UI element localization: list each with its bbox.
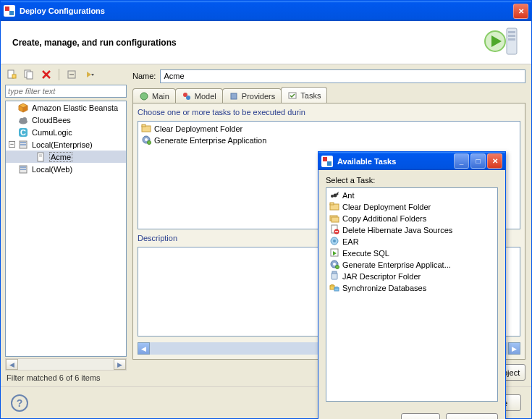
svg-rect-26	[20, 144, 26, 145]
tree-hscrollbar[interactable]: ◀ ▶	[5, 358, 127, 371]
tree-item[interactable]: Local(Web)	[6, 163, 126, 175]
svg-rect-39	[142, 124, 145, 127]
toolbar-separator	[59, 69, 59, 80]
expand-toggle-icon[interactable]: −	[9, 141, 15, 148]
scroll-right-icon[interactable]: ▶	[508, 342, 520, 355]
help-button[interactable]: ?	[11, 394, 28, 412]
svg-rect-50	[332, 217, 339, 222]
delete-button[interactable]	[40, 68, 53, 81]
filter-input[interactable]	[5, 85, 127, 98]
tab-icon	[229, 91, 239, 101]
new-config-button[interactable]	[5, 68, 18, 81]
svg-point-21	[22, 117, 27, 122]
srv-icon	[17, 164, 29, 175]
dialog-prompt: Select a Task:	[326, 176, 498, 185]
filter-menu-button[interactable]	[83, 68, 96, 81]
scroll-right-icon[interactable]: ▶	[114, 359, 126, 370]
collapse-all-button[interactable]	[65, 68, 78, 81]
task-label: Clear Deployment Folder	[154, 124, 242, 133]
tab-label: Model	[195, 92, 216, 101]
tree-item-label: CumuLogic	[32, 128, 72, 137]
scroll-left-icon[interactable]: ◀	[138, 342, 150, 355]
svg-rect-62	[332, 271, 337, 274]
cancel-button[interactable]: Cancel	[446, 413, 498, 419]
dialog-minimize-button[interactable]: _	[454, 153, 469, 169]
name-input[interactable]	[160, 69, 525, 83]
available-task-label: Generate Enterprise Applicat...	[342, 261, 451, 269]
gear-icon	[141, 135, 151, 146]
tree-item[interactable]: Acme	[6, 151, 126, 163]
tab-label: Tasks	[300, 91, 321, 100]
tab-icon	[182, 91, 192, 101]
available-task-row[interactable]: Generate Enterprise Applicat...	[328, 259, 496, 271]
tab-label: Providers	[242, 92, 275, 101]
tree-item-label: Acme	[49, 152, 72, 162]
tree-item[interactable]: −Local(Enterprise)	[6, 138, 126, 151]
dialog-maximize-button[interactable]: □	[470, 153, 486, 169]
tree-item-label: Amazon Elastic Beansta	[32, 103, 118, 112]
svg-rect-1	[508, 31, 515, 33]
dialog-title: Available Tasks	[337, 157, 396, 166]
window-close-button[interactable]: ✕	[513, 4, 528, 19]
delete-icon	[329, 224, 339, 236]
config-tree[interactable]: Amazon Elastic BeanstaCloudBeesCCumuLogi…	[5, 101, 127, 357]
svg-rect-25	[20, 142, 26, 143]
available-task-row[interactable]: Clear Deployment Folder	[328, 201, 496, 213]
cloud-icon	[17, 114, 29, 126]
svg-rect-31	[20, 166, 26, 168]
duplicate-button[interactable]	[22, 68, 35, 81]
tasks-group-header: Choose one or more tasks to be executed …	[138, 108, 520, 117]
dialog-header: Create, manage, and run configurations	[1, 21, 531, 64]
dialog-close-button[interactable]: ✕	[487, 153, 502, 169]
available-task-row[interactable]: Copy Additional Folders	[328, 213, 496, 224]
ok-button[interactable]: OK	[401, 413, 440, 419]
scroll-left-icon[interactable]: ◀	[6, 359, 18, 370]
tab-icon	[287, 90, 297, 101]
main-titlebar[interactable]: Deploy Configurations ✕	[1, 1, 531, 21]
available-task-label: Copy Additional Folders	[342, 214, 426, 223]
folder-clear-icon	[329, 201, 339, 213]
available-task-label: Ant	[342, 191, 355, 200]
tree-item-label: Local(Enterprise)	[32, 140, 93, 149]
left-panel: Amazon Elastic BeanstaCloudBeesCCumuLogi…	[2, 66, 130, 385]
svg-marker-14	[87, 72, 91, 77]
available-task-row[interactable]: Synchronize Databases	[328, 282, 496, 294]
sql-icon	[329, 247, 339, 259]
ant-icon	[329, 190, 339, 201]
tree-item[interactable]: Amazon Elastic Beansta	[6, 101, 126, 114]
available-task-row[interactable]: Execute SQL	[328, 247, 496, 259]
tab-icon	[139, 91, 149, 101]
page-icon	[35, 151, 46, 163]
tab-tasks[interactable]: Tasks	[281, 87, 327, 103]
available-tasks-dialog: Available Tasks _ □ ✕ Select a Task: Ant…	[318, 151, 506, 419]
jar-icon	[329, 271, 339, 282]
folder-clear-icon	[141, 123, 151, 135]
svg-point-60	[336, 266, 339, 269]
available-task-row[interactable]: Delete Hibernate Java Sources	[328, 224, 496, 236]
svg-point-43	[331, 195, 334, 198]
svg-rect-2	[508, 35, 515, 37]
svg-rect-66	[334, 288, 339, 291]
available-task-row[interactable]: Ant	[328, 190, 496, 201]
available-task-row[interactable]: EAR	[328, 236, 496, 247]
tree-item[interactable]: CCumuLogic	[6, 126, 126, 138]
available-tasks-list[interactable]: AntClear Deployment FolderCopy Additiona…	[326, 187, 498, 402]
svg-text:C: C	[20, 128, 26, 137]
tab-model[interactable]: Model	[175, 88, 223, 103]
tab-main[interactable]: Main	[132, 88, 176, 103]
svg-point-33	[140, 93, 148, 100]
app-icon	[4, 5, 15, 17]
dialog-titlebar[interactable]: Available Tasks _ □ ✕	[318, 152, 505, 170]
svg-rect-48	[330, 203, 334, 205]
svg-point-42	[148, 141, 151, 145]
svg-marker-15	[91, 74, 94, 76]
svg-point-59	[333, 263, 336, 266]
svg-rect-32	[20, 169, 26, 170]
task-row[interactable]: Clear Deployment Folder	[140, 123, 518, 135]
tree-item[interactable]: CloudBees	[6, 114, 126, 126]
task-row[interactable]: Generate Enterprise Application	[140, 135, 518, 146]
tab-providers[interactable]: Providers	[222, 88, 282, 103]
available-task-row[interactable]: JAR Descriptor Folder	[328, 271, 496, 282]
config-toolbar	[2, 66, 130, 83]
svg-rect-9	[27, 72, 33, 79]
